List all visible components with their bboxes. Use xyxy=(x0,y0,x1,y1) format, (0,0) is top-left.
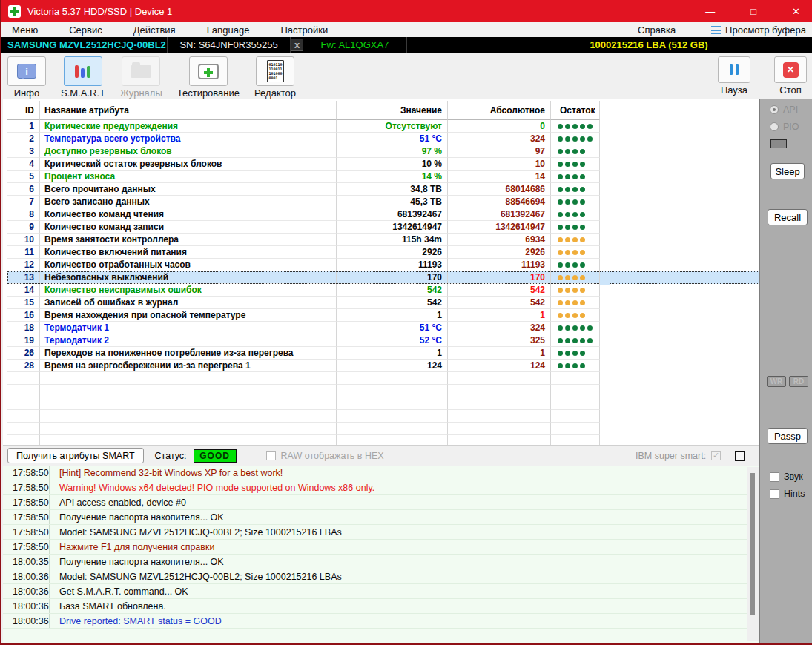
stop-label: Стоп xyxy=(779,85,801,96)
side-panel: API PIO Sleep Recall WR RD Passp Звук Hi… xyxy=(759,99,812,643)
attr-health-dots xyxy=(551,334,600,347)
attr-name: Критический остаток резервных блоков xyxy=(40,158,337,171)
log-scrollbar[interactable] xyxy=(747,467,759,641)
sound-checkbox[interactable] xyxy=(770,472,779,482)
menu-item-help[interactable]: Справка xyxy=(638,24,676,36)
attr-name: Термодатчик 1 xyxy=(40,322,337,334)
empty-cell xyxy=(40,397,337,410)
recall-button[interactable]: Recall xyxy=(768,209,808,225)
table-row[interactable]: 18Термодатчик 151 °C324 xyxy=(7,322,761,334)
sleep-button[interactable]: Sleep xyxy=(770,163,805,179)
log-row: 17:58:50Нажмите F1 для получения справки xyxy=(3,540,761,555)
health-dot xyxy=(580,300,585,305)
table-row[interactable]: 1Критические предупрежденияОтсутствуют0 xyxy=(7,120,761,133)
table-row[interactable]: 7Всего записано данных45,3 TB88546694 xyxy=(7,196,761,208)
pause-icon xyxy=(730,64,739,75)
minimize-button[interactable]: — xyxy=(705,6,715,17)
binary-document-icon: 010110 110011 101000 0001 xyxy=(267,60,284,82)
attr-raw: 97 xyxy=(448,145,551,158)
attr-raw: 124 xyxy=(448,360,551,372)
health-dot xyxy=(565,250,570,255)
hints-checkbox-row[interactable]: Hints xyxy=(770,489,805,499)
attr-name: Процент износа xyxy=(40,171,337,183)
health-dot xyxy=(558,199,563,205)
table-row[interactable]: 5Процент износа14 %14 xyxy=(7,171,761,183)
testing-button[interactable]: Тестирование xyxy=(177,56,240,99)
menu-item[interactable]: Сервис xyxy=(69,24,102,36)
table-row[interactable]: 2Температура всего устройства51 °C324 xyxy=(7,133,761,145)
raw-hex-checkbox[interactable] xyxy=(266,451,276,460)
buffer-view-button[interactable]: Просмотр буфера xyxy=(711,24,806,36)
health-dot xyxy=(558,275,563,280)
table-row[interactable]: 4Критический остаток резервных блоков10 … xyxy=(7,158,761,171)
table-row[interactable]: 6Всего прочитано данных34,8 TB68014686 xyxy=(7,183,761,196)
attr-health-dots xyxy=(551,234,600,246)
attr-health-dots xyxy=(551,171,600,183)
device-model[interactable]: SAMSUNG MZVL2512HCJQ-00BL2 xyxy=(1,37,168,53)
extra-checkbox[interactable] xyxy=(735,451,745,461)
table-row[interactable]: 26Переходов на пониженное потребление из… xyxy=(7,347,761,360)
table-row[interactable]: 13Небезопасных выключений170170 xyxy=(7,271,761,284)
log-time: 17:58:50 xyxy=(3,468,49,478)
log-time: 18:00:36 xyxy=(3,616,49,626)
hints-checkbox[interactable] xyxy=(770,489,779,499)
table-row[interactable]: 8Количество команд чтения681392467681392… xyxy=(7,208,761,221)
table-row[interactable]: 11Количество включений питания29262926 xyxy=(7,246,761,259)
attr-raw: 325 xyxy=(448,334,551,347)
menu-item[interactable]: Language xyxy=(207,24,250,36)
table-row[interactable]: 15Записей об ошибках в журнал542542 xyxy=(7,297,761,309)
table-row[interactable]: 10Время занятости контроллера115h 34m693… xyxy=(7,234,761,246)
pause-button[interactable]: Пауза xyxy=(718,56,750,96)
empty-cell xyxy=(551,435,600,445)
stop-button[interactable]: ✕ Стоп xyxy=(774,56,807,96)
health-dot xyxy=(565,212,570,217)
attr-health-dots xyxy=(551,259,600,271)
health-dot xyxy=(580,325,585,331)
sound-checkbox-row[interactable]: Звук xyxy=(770,472,803,482)
attr-name: Термодатчик 2 xyxy=(40,334,337,347)
health-dot xyxy=(558,124,563,129)
menu-item[interactable]: Меню xyxy=(12,24,38,36)
table-row[interactable]: 16Время нахождения при опасной температу… xyxy=(7,309,761,322)
health-dot xyxy=(580,225,585,230)
attr-health-dots xyxy=(551,309,600,322)
passp-button[interactable]: Passp xyxy=(768,428,808,444)
table-row[interactable]: 28Время на энергосбережении из-за перегр… xyxy=(7,360,761,372)
attr-health-dots xyxy=(551,284,600,297)
table-row[interactable]: 3Доступно резервных блоков97 %97 xyxy=(7,145,761,158)
editor-button[interactable]: 010110 110011 101000 0001 Редактор xyxy=(254,56,296,99)
empty-cell xyxy=(40,410,337,423)
attr-health-dots xyxy=(551,297,600,309)
table-row[interactable]: 9Количество команд записи134261494713426… xyxy=(7,221,761,234)
log-time: 17:58:50 xyxy=(3,527,49,538)
menu-item[interactable]: Настройки xyxy=(280,24,328,36)
status-bar: Получить атрибуты SMART Статус: GOOD RAW… xyxy=(3,445,761,466)
attr-health-dots xyxy=(551,347,600,360)
get-smart-attributes-button[interactable]: Получить атрибуты SMART xyxy=(7,448,144,463)
table-row[interactable]: 19Термодатчик 252 °C325 xyxy=(7,334,761,347)
test-tubes-icon xyxy=(75,65,90,78)
smart-button[interactable]: S.M.A.R.T xyxy=(61,56,105,99)
log-scrollbar-thumb[interactable] xyxy=(750,473,755,615)
attr-health-dots xyxy=(551,221,600,234)
attr-name: Всего записано данных xyxy=(40,196,337,208)
menu-item[interactable]: Действия xyxy=(133,24,176,36)
health-dot xyxy=(558,225,563,230)
log-row: 17:58:50Model: SAMSUNG MZVL2512HCJQ-00BL… xyxy=(3,525,761,540)
empty-cell xyxy=(551,423,600,435)
close-button[interactable]: ✕ xyxy=(792,6,800,17)
empty-cell xyxy=(7,423,40,435)
attr-id: 13 xyxy=(7,271,40,284)
health-dot xyxy=(587,338,593,343)
device-x-button[interactable]: x xyxy=(291,39,303,51)
log-time: 17:58:50 xyxy=(3,483,49,493)
attr-value: 97 % xyxy=(337,145,448,158)
maximize-button[interactable]: □ xyxy=(750,6,756,17)
table-row[interactable]: 12Количество отработанных часов111931119… xyxy=(7,259,761,271)
log-message: Model: SAMSUNG MZVL2512HCJQ-00BL2; Size … xyxy=(49,525,761,539)
health-dot xyxy=(558,288,563,293)
header-name: Название атрибута xyxy=(40,101,337,120)
info-button[interactable]: i Инфо xyxy=(7,56,46,99)
empty-table-row xyxy=(7,423,761,435)
table-row[interactable]: 14Количество неисправимых ошибок542542 xyxy=(7,284,761,297)
